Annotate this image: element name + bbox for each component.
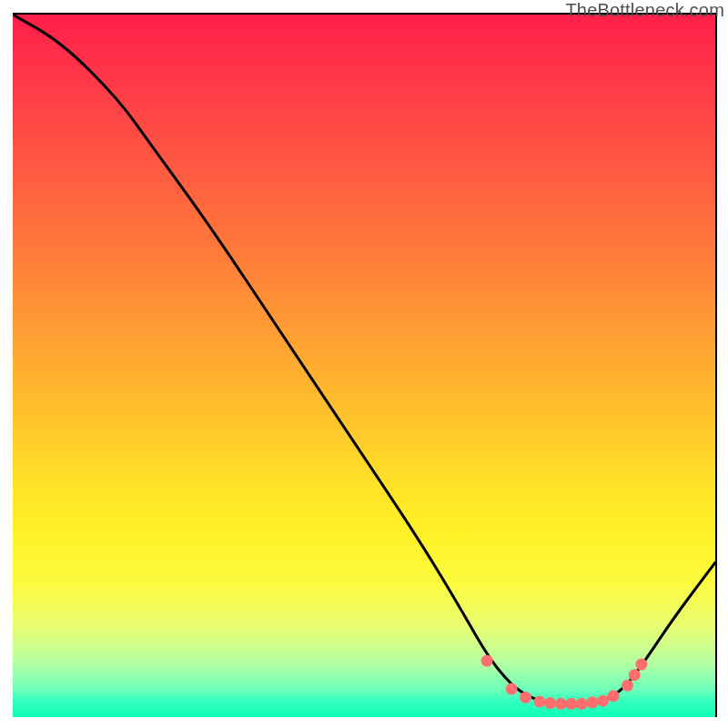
chart-container: TheBottleneck.com — [0, 0, 728, 728]
gradient-background — [13, 15, 715, 717]
watermark-text: TheBottleneck.com — [565, 0, 724, 21]
plot-area — [13, 13, 717, 717]
